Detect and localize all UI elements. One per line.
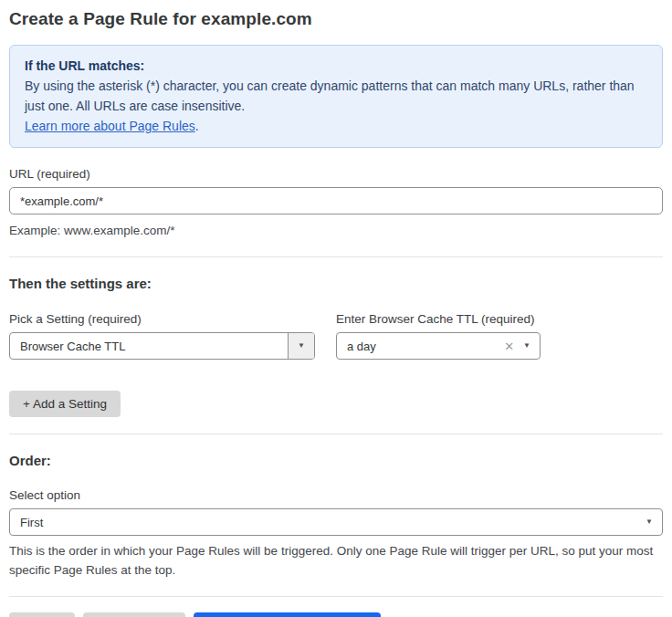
chevron-down-icon: ▼ <box>644 518 662 526</box>
info-box-text: By using the asterisk (*) character, you… <box>25 78 635 113</box>
setting-picker-field: Pick a Setting (required) Browser Cache … <box>9 312 315 360</box>
order-section-heading: Order: <box>9 453 663 468</box>
url-match-info-box: If the URL matches: By using the asteris… <box>9 45 663 148</box>
ttl-picker-field: Enter Browser Cache TTL (required) a day… <box>336 312 541 360</box>
clear-icon[interactable]: ✕ <box>500 340 521 353</box>
url-field-label: URL (required) <box>9 167 663 181</box>
url-input[interactable] <box>9 187 663 214</box>
save-as-draft-button[interactable]: Save as Draft <box>83 612 185 617</box>
setting-picker-caret-segment[interactable]: ▼ <box>288 333 314 359</box>
settings-section-heading: Then the settings are: <box>9 276 663 291</box>
page-title: Create a Page Rule for example.com <box>9 9 663 29</box>
url-example-text: Example: www.example.com/* <box>9 221 663 240</box>
setting-picker-value: Browser Cache TTL <box>10 340 288 353</box>
info-box-body: By using the asterisk (*) character, you… <box>25 76 647 136</box>
setting-picker-label: Pick a Setting (required) <box>9 312 315 326</box>
save-and-deploy-button[interactable]: Save and Deploy Page Rule <box>194 612 382 617</box>
ttl-picker-label: Enter Browser Cache TTL (required) <box>336 312 541 326</box>
settings-row: Pick a Setting (required) Browser Cache … <box>9 312 663 360</box>
order-help-text: This is the order in which your Page Rul… <box>9 541 663 580</box>
ttl-picker-value: a day <box>337 340 500 353</box>
order-select-value: First <box>10 516 644 529</box>
divider <box>9 434 663 434</box>
ttl-picker-select[interactable]: a day ✕ ▼ <box>336 332 541 360</box>
order-select[interactable]: First ▼ <box>9 508 663 536</box>
cancel-button[interactable]: Cancel <box>9 612 75 617</box>
setting-picker-select[interactable]: Browser Cache TTL ▼ <box>9 332 315 360</box>
chevron-down-icon: ▼ <box>521 342 540 350</box>
chevron-down-icon: ▼ <box>298 342 305 350</box>
footer-actions: Cancel Save as Draft Save and Deploy Pag… <box>9 612 663 617</box>
add-setting-button[interactable]: + Add a Setting <box>9 391 121 417</box>
learn-more-link[interactable]: Learn more about Page Rules <box>25 119 195 133</box>
divider <box>9 596 663 597</box>
divider <box>9 256 663 257</box>
order-select-label: Select option <box>9 488 663 502</box>
info-box-heading: If the URL matches: <box>25 56 647 76</box>
link-period: . <box>195 119 199 133</box>
